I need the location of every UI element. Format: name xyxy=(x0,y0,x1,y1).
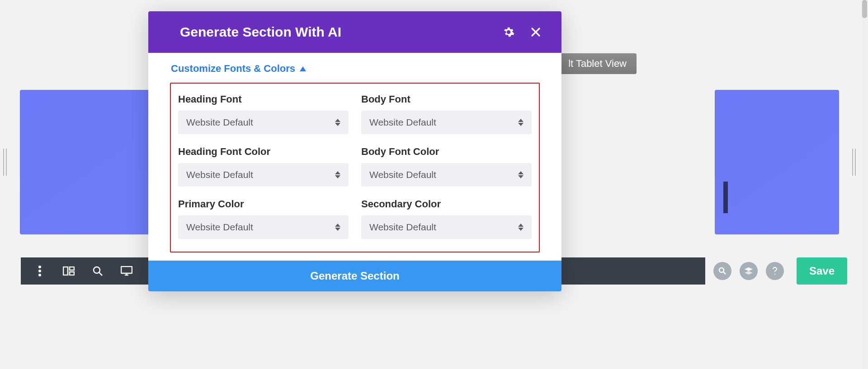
wireframe-icon[interactable] xyxy=(54,257,83,285)
body-font-select[interactable]: Website Default xyxy=(361,111,532,134)
sort-caret-icon xyxy=(335,119,340,126)
select-value: Website Default xyxy=(186,117,253,128)
modal-body: Customize Fonts & Colors Heading Font We… xyxy=(148,53,561,252)
svg-rect-5 xyxy=(70,272,74,275)
primary-color-select[interactable]: Website Default xyxy=(178,215,349,239)
svg-point-1 xyxy=(38,270,41,272)
modal-header: Generate Section With AI xyxy=(148,11,561,53)
zoom-icon[interactable] xyxy=(83,257,112,285)
chevron-up-icon xyxy=(300,66,306,71)
field-body-font: Body Font Website Default xyxy=(361,93,532,134)
heading-font-color-select[interactable]: Website Default xyxy=(178,163,349,187)
modal-title: Generate Section With AI xyxy=(180,24,341,40)
field-label: Secondary Color xyxy=(361,198,532,210)
help-icon[interactable] xyxy=(766,262,784,280)
close-icon[interactable] xyxy=(531,27,541,37)
generate-section-button[interactable]: Generate Section xyxy=(148,261,561,291)
select-value: Website Default xyxy=(186,169,253,180)
more-menu-button[interactable] xyxy=(25,257,54,285)
select-value: Website Default xyxy=(369,169,436,180)
sort-caret-icon xyxy=(518,119,524,126)
field-label: Heading Font xyxy=(178,93,349,105)
body-font-color-select[interactable]: Website Default xyxy=(361,163,532,187)
svg-line-13 xyxy=(723,272,726,274)
resize-handle-right[interactable] xyxy=(849,149,859,176)
svg-line-7 xyxy=(99,272,102,276)
ai-section-modal: Generate Section With AI Customize Fonts… xyxy=(148,11,561,291)
scrollbar-thumb[interactable] xyxy=(862,0,867,18)
sort-caret-icon xyxy=(335,224,340,231)
svg-rect-4 xyxy=(70,267,74,270)
tab-tablet-view[interactable]: lt Tablet View xyxy=(558,53,637,74)
field-label: Body Font xyxy=(361,93,532,105)
svg-rect-8 xyxy=(121,266,132,273)
shadow xyxy=(723,182,728,213)
select-value: Website Default xyxy=(369,117,436,128)
page-scrollbar[interactable] xyxy=(861,0,868,369)
layers-icon[interactable] xyxy=(740,262,758,280)
svg-point-2 xyxy=(38,274,41,276)
svg-marker-14 xyxy=(745,267,753,271)
sort-caret-icon xyxy=(518,224,524,231)
svg-point-0 xyxy=(38,266,41,268)
svg-point-6 xyxy=(94,267,100,273)
field-secondary-color: Secondary Color Website Default xyxy=(361,198,532,239)
field-heading-font-color: Heading Font Color Website Default xyxy=(178,146,349,187)
field-label: Heading Font Color xyxy=(178,146,349,158)
desktop-view-icon[interactable] xyxy=(112,257,141,285)
customize-fonts-colors-toggle[interactable]: Customize Fonts & Colors xyxy=(171,63,540,75)
select-value: Website Default xyxy=(369,222,436,233)
svg-point-12 xyxy=(719,268,724,272)
svg-marker-15 xyxy=(745,271,753,275)
select-value: Website Default xyxy=(186,222,253,233)
fonts-colors-group: Heading Font Website Default Body Font W… xyxy=(170,83,540,252)
sort-caret-icon xyxy=(335,171,340,178)
canvas-block xyxy=(715,90,839,234)
resize-handle-left[interactable] xyxy=(0,149,10,176)
field-heading-font: Heading Font Website Default xyxy=(178,93,349,134)
canvas-block xyxy=(20,90,150,234)
toggle-label: Customize Fonts & Colors xyxy=(171,63,295,75)
sort-caret-icon xyxy=(518,171,524,178)
field-label: Primary Color xyxy=(178,198,349,210)
field-label: Body Font Color xyxy=(361,146,532,158)
search-icon[interactable] xyxy=(713,262,731,280)
field-primary-color: Primary Color Website Default xyxy=(178,198,349,239)
field-body-font-color: Body Font Color Website Default xyxy=(361,146,532,187)
toolbar-right: Save xyxy=(705,257,847,285)
save-button[interactable]: Save xyxy=(797,257,847,285)
svg-rect-3 xyxy=(63,267,68,275)
gear-icon[interactable] xyxy=(503,26,514,38)
heading-font-select[interactable]: Website Default xyxy=(178,111,349,134)
secondary-color-select[interactable]: Website Default xyxy=(361,215,532,239)
